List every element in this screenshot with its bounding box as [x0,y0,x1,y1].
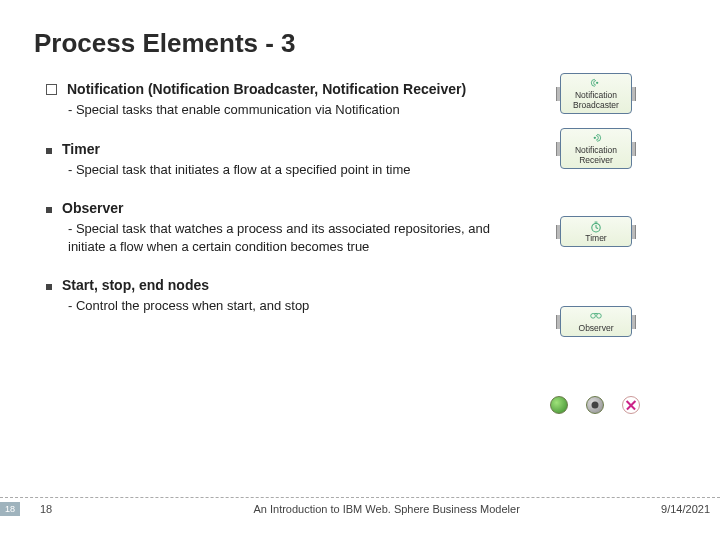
visual-notification: Notification Broadcaster Notification Re… [560,73,632,169]
task-label: Notification Broadcaster [563,90,629,110]
bullet-head: Start, stop, end nodes [46,277,692,293]
task-label: Notification Receiver [563,145,629,165]
binoculars-icon [589,310,603,322]
slide-content: Notification (Notification Broadcaster, … [28,81,692,315]
task-label: Timer [585,233,606,243]
slide-footer: 18 18 An Introduction to IBM Web. Sphere… [0,497,720,516]
bullet-head: Observer [46,200,692,216]
stop-node-icon [586,396,604,414]
checkbox-icon [46,84,57,95]
slide: Process Elements - 3 Notification (Notif… [0,0,720,540]
task-box-observer: Observer [560,306,632,337]
task-box-receiver: Notification Receiver [560,128,632,169]
start-node-icon [550,396,568,414]
bullet-subtext: - Control the process when start, and st… [68,297,508,315]
bullet-subtext: - Special task that watches a process an… [68,220,508,255]
svg-point-0 [596,82,598,84]
end-node-icon [622,396,640,414]
bullet-heading: Timer [62,141,100,157]
bullet-heading: Notification (Notification Broadcaster, … [67,81,466,97]
task-box-timer: Timer [560,216,632,247]
clock-icon [589,220,603,232]
square-bullet-icon [46,148,52,154]
svg-point-1 [594,137,596,139]
footer-title: An Introduction to IBM Web. Sphere Busin… [112,503,661,515]
bullet-subtext: - Special task that initiates a flow at … [68,161,508,179]
square-bullet-icon [46,284,52,290]
footer-date: 9/14/2021 [661,503,710,515]
visual-nodes [500,396,690,414]
task-label: Observer [579,323,614,333]
receive-icon [589,132,603,144]
broadcast-icon [589,77,603,89]
slide-title: Process Elements - 3 [34,28,692,59]
square-bullet-icon [46,207,52,213]
bullet-heading: Observer [62,200,123,216]
svg-point-4 [597,313,602,318]
bullet-heading: Start, stop, end nodes [62,277,209,293]
svg-point-3 [591,313,596,318]
task-box-broadcaster: Notification Broadcaster [560,73,632,114]
bullet-subtext: - Special tasks that enable communicatio… [68,101,508,119]
page-badge: 18 [0,502,20,516]
visual-timer: Timer [560,216,632,247]
visual-observer: Observer [560,306,632,337]
footer-page-number: 18 [40,503,52,515]
